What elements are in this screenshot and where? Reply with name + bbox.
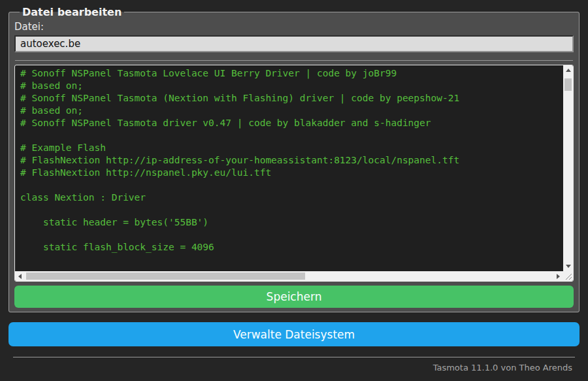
file-label: Datei: (14, 21, 574, 33)
vertical-scroll-track[interactable] (563, 75, 573, 261)
save-button[interactable]: Speichern (14, 286, 574, 308)
vertical-scroll-thumb[interactable] (564, 78, 572, 91)
footer: Tasmota 11.1.0 von Theo Arends (8, 357, 580, 373)
horizontal-scroll-track[interactable] (25, 271, 553, 281)
scroll-down-icon (566, 265, 571, 268)
filename-input[interactable] (14, 35, 574, 52)
file-edit-fieldset: Datei bearbeiten Datei: # Sonoff NSPanel… (8, 6, 580, 312)
resize-grip-icon (563, 271, 573, 281)
code-editor[interactable]: # Sonoff NSPanel Tasmota Lovelace UI Ber… (14, 65, 574, 282)
scroll-up-button[interactable] (563, 65, 573, 75)
footer-divider (13, 357, 575, 357)
scroll-up-icon (566, 69, 571, 72)
scroll-right-icon (557, 274, 560, 279)
code-content[interactable]: # Sonoff NSPanel Tasmota Lovelace UI Ber… (15, 65, 563, 271)
horizontal-scroll-thumb[interactable] (26, 273, 305, 280)
resize-grip[interactable] (563, 271, 573, 281)
page: Datei bearbeiten Datei: # Sonoff NSPanel… (0, 0, 588, 373)
scroll-right-button[interactable] (553, 271, 563, 281)
editor-horizontal-scrollbar[interactable] (15, 271, 563, 281)
scroll-left-icon (18, 274, 22, 279)
fieldset-legend: Datei bearbeiten (20, 6, 124, 18)
scroll-down-button[interactable] (563, 261, 573, 271)
footer-text: Tasmota 11.1.0 von Theo Arends (8, 363, 580, 373)
editor-main: # Sonoff NSPanel Tasmota Lovelace UI Ber… (15, 65, 573, 271)
scroll-left-button[interactable] (15, 271, 25, 281)
manage-filesystem-button[interactable]: Verwalte Dateisystem (8, 322, 580, 346)
editor-vertical-scrollbar[interactable] (563, 65, 573, 271)
section-divider (15, 60, 573, 61)
editor-bottom-bar (15, 271, 573, 281)
fieldset-legend-text: Datei bearbeiten (22, 6, 122, 18)
